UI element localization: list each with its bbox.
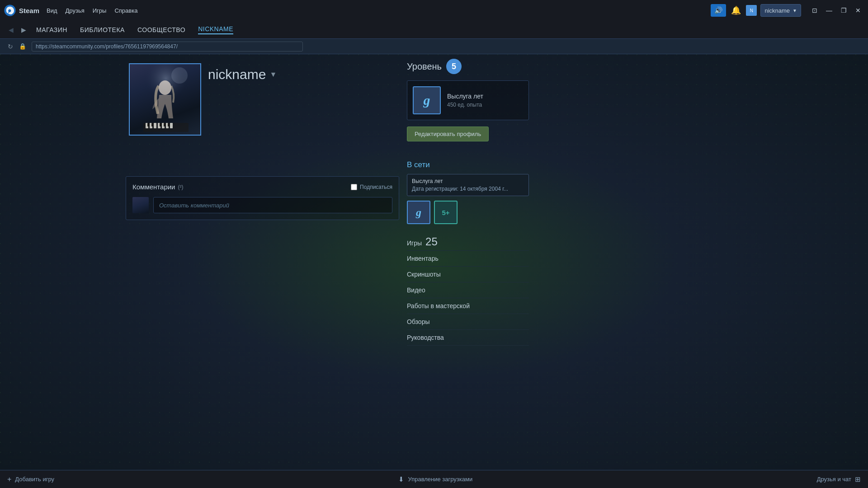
nav-nickname[interactable]: NICKNAME <box>198 25 233 34</box>
nav-bar: ◀ ▶ МАГАЗИН БИБЛИОТЕКА СООБЩЕСТВО NICKNA… <box>0 21 868 39</box>
profile-name-dropdown-icon[interactable]: ▼ <box>269 70 277 79</box>
user-account-button[interactable]: nickname ▼ <box>760 4 801 17</box>
mini-badge-letter: g <box>416 206 421 219</box>
lock-icon: 🔒 <box>19 43 26 50</box>
nav-arrows: ◀ ▶ <box>5 24 29 35</box>
svg-point-3 <box>159 80 171 95</box>
stat-inventory-row[interactable]: Инвентарь <box>407 251 529 267</box>
menu-vid[interactable]: Вид <box>47 7 57 14</box>
monitor-button[interactable]: ⊡ <box>808 4 821 17</box>
steam-icon <box>4 4 16 17</box>
downloads-label: Управление загрузками <box>408 476 472 483</box>
title-bar-right: 🔊 🔔 N nickname ▼ ⊡ — ❐ ✕ <box>711 4 864 17</box>
comments-title-row: Комментарии (²) <box>132 183 183 191</box>
add-game-label: Добавить игру <box>15 476 54 483</box>
user-dropdown-icon: ▼ <box>793 8 797 13</box>
mini-badge-years[interactable]: 5+ <box>434 201 458 224</box>
steam-logo[interactable]: Steam <box>4 4 39 17</box>
svg-rect-14 <box>160 123 161 127</box>
stat-screenshots-row[interactable]: Скриншоты <box>407 267 529 282</box>
stat-inventory-label: Инвентарь <box>407 255 439 262</box>
comments-card: Комментарии (²) Подписаться <box>126 176 399 220</box>
comment-input[interactable] <box>153 197 392 213</box>
friends-chat-label: Друзья и чат <box>817 476 851 483</box>
address-bar: ↻ 🔒 <box>0 39 868 54</box>
mini-badge-years-label: 5+ <box>442 209 449 216</box>
comments-header: Комментарии (²) Подписаться <box>132 183 392 191</box>
badge-xp: 450 ед. опыта <box>447 102 483 108</box>
menu-games[interactable]: Игры <box>93 7 107 14</box>
profile-username[interactable]: nickname <box>208 67 266 82</box>
stat-games-label: Игры <box>407 239 422 247</box>
stat-reviews-label: Обзоры <box>407 318 430 325</box>
user-name-label: nickname <box>764 7 790 14</box>
svg-rect-7 <box>154 123 156 128</box>
svg-rect-11 <box>170 123 173 128</box>
nav-library[interactable]: БИБЛИОТЕКА <box>80 26 125 33</box>
online-tooltip: Выслуга лет Дата регистрации: 14 октября… <box>407 174 529 196</box>
stat-video-label: Видео <box>407 286 425 294</box>
badge-card[interactable]: g Выслуга лет 450 ед. опыта <box>407 80 529 120</box>
stat-workshop-label: Работы в мастерской <box>407 302 470 310</box>
downloads-row[interactable]: ⬇ Управление загрузками <box>54 475 817 483</box>
friends-chat-icon: ⊞ <box>855 475 861 483</box>
refresh-button[interactable]: ↻ <box>5 42 15 52</box>
online-title: В сети <box>407 160 529 169</box>
volume-button[interactable]: 🔊 <box>711 4 726 17</box>
badge-details: Выслуга лет 450 ед. опыта <box>447 93 483 108</box>
menu-help[interactable]: Справка <box>114 7 137 14</box>
add-game-row[interactable]: + Добавить игру <box>7 475 54 483</box>
user-avatar-small: N <box>746 5 757 16</box>
edit-btn-row: Редактировать профиль <box>407 127 529 150</box>
stat-video-row[interactable]: Видео <box>407 282 529 298</box>
nav-store[interactable]: МАГАЗИН <box>36 26 67 33</box>
downloads-icon: ⬇ <box>398 475 404 483</box>
menu-friends[interactable]: Друзья <box>66 7 85 14</box>
forward-button[interactable]: ▶ <box>18 24 29 35</box>
svg-rect-15 <box>164 123 165 127</box>
minimize-button[interactable]: — <box>823 4 835 17</box>
svg-point-2 <box>171 67 188 84</box>
profile-name-row: nickname ▼ <box>208 67 277 82</box>
notification-button[interactable]: 🔔 <box>730 4 742 17</box>
level-title: Уровень <box>407 61 442 72</box>
tooltip-line2: Дата регистрации: 14 октября 2004 г... <box>412 186 524 192</box>
stat-reviews-row[interactable]: Обзоры <box>407 314 529 330</box>
avatar-image <box>130 64 200 135</box>
back-button[interactable]: ◀ <box>5 24 16 35</box>
edit-profile-button[interactable]: Редактировать профиль <box>407 127 489 141</box>
level-badge: 5 <box>446 59 462 74</box>
nav-community[interactable]: СООБЩЕСТВО <box>137 26 185 33</box>
title-bar: Steam Вид Друзья Игры Справка 🔊 🔔 N nick… <box>0 0 868 21</box>
mini-badge-g[interactable]: g <box>407 201 430 224</box>
level-number: 5 <box>452 62 456 71</box>
stat-games-count: 25 <box>425 235 438 248</box>
close-button[interactable]: ✕ <box>852 4 864 17</box>
level-row: Уровень 5 <box>407 59 529 74</box>
comments-section: Комментарии (²) Подписаться <box>126 176 399 220</box>
stat-screenshots-label: Скриншоты <box>407 271 441 278</box>
commenter-avatar-image <box>132 197 149 213</box>
status-bar: + Добавить игру ⬇ Управление загрузками … <box>0 470 868 488</box>
badge-name: Выслуга лет <box>447 93 483 100</box>
stat-games-row[interactable]: Игры 25 <box>407 233 529 251</box>
profile-avatar[interactable] <box>129 63 201 136</box>
address-input[interactable] <box>32 42 303 52</box>
comments-count: (²) <box>178 184 183 190</box>
subscribe-label: Подписаться <box>360 184 392 190</box>
window-controls: ⊡ — ❐ ✕ <box>808 4 864 17</box>
comments-title: Комментарии <box>132 183 175 191</box>
nav-links: МАГАЗИН БИБЛИОТЕКА СООБЩЕСТВО NICKNAME <box>36 25 233 34</box>
svg-rect-13 <box>151 123 153 127</box>
stat-workshop-row[interactable]: Работы в мастерской <box>407 298 529 314</box>
online-section: В сети Выслуга лет Дата регистрации: 14 … <box>407 160 529 224</box>
right-panel: Уровень 5 g Выслуга лет 450 ед. опыта Ре… <box>407 59 529 346</box>
restore-button[interactable]: ❐ <box>837 4 850 17</box>
stat-guides-row[interactable]: Руководства <box>407 330 529 346</box>
tooltip-line1: Выслуга лет <box>412 178 524 184</box>
svg-rect-12 <box>147 123 149 127</box>
friends-chat-row[interactable]: Друзья и чат ⊞ <box>817 475 861 483</box>
stat-guides-label: Руководства <box>407 334 444 341</box>
subscribe-checkbox[interactable] <box>351 184 357 190</box>
commenter-avatar <box>132 197 149 213</box>
